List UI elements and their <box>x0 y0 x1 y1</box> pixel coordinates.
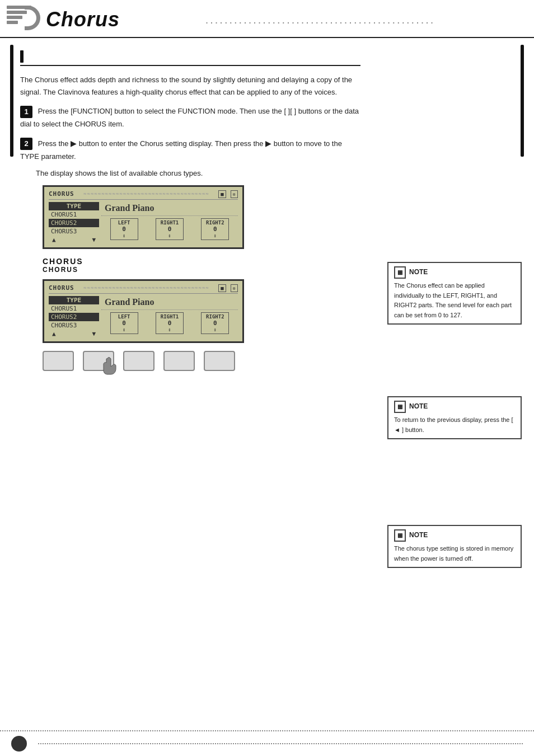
lcd-right-2: Grand Piano LEFT 0 ↕ RIGHT1 0 ↕ <box>101 296 238 338</box>
intro-text: The Chorus effect adds depth and richnes… <box>20 74 360 98</box>
lcd-list-item-1-0: CHORUS1 <box>49 210 99 219</box>
logo-stripe-4 <box>7 21 18 24</box>
lcd-part-icon-right1-1: ↕ <box>158 233 181 238</box>
footer-dots-line <box>38 743 523 744</box>
lcd-part-left-1: LEFT 0 ↕ <box>110 218 138 240</box>
lcd-down-arrow-1: ▼ <box>92 236 96 243</box>
arrow-right-icon-2: ▶ <box>265 139 271 148</box>
lcd-part-label-left-2: LEFT <box>113 314 135 320</box>
step-2-marker: 2 <box>20 138 32 150</box>
note-text-1: The Chorus effect can be applied individ… <box>394 282 512 318</box>
lcd-part-icon-right2-2: ↕ <box>204 327 226 332</box>
key-button-4[interactable] <box>163 351 195 371</box>
step-1-block: 1 Press the [FUNCTION] button to select … <box>20 105 360 130</box>
lcd-part-row-2: LEFT 0 ↕ RIGHT1 0 ↕ RIGHT2 0 <box>101 312 238 334</box>
lcd-voice-name-1: Grand Piano <box>101 202 238 216</box>
logo-stripe-3 <box>7 16 22 19</box>
note-box-3: ▦ NOTE The chorus type setting is stored… <box>387 525 522 568</box>
lcd-part-label-right2-1: RIGHT2 <box>204 220 226 226</box>
note-label-2: ▦ NOTE <box>394 401 515 413</box>
lcd-part-right1-1: RIGHT1 0 ↕ <box>156 218 184 240</box>
lcd-part-label-right1-1: RIGHT1 <box>158 220 181 226</box>
lcd-dots-2: ≈≈≈≈≈≈≈≈≈≈≈≈≈≈≈≈≈≈≈≈≈≈≈≈≈≈≈≈≈≈≈≈≈≈≈ <box>83 285 209 290</box>
lcd-list-header-1: TYPE <box>49 202 99 210</box>
step-1-label: Press the [FUNCTION] button to select th… <box>20 107 359 128</box>
page-footer <box>0 730 534 756</box>
lcd-part-value-right1-1: 0 <box>158 226 181 233</box>
lcd-display-2: CHORUS ≈≈≈≈≈≈≈≈≈≈≈≈≈≈≈≈≈≈≈≈≈≈≈≈≈≈≈≈≈≈≈≈≈… <box>43 279 244 343</box>
section-bar <box>20 50 360 66</box>
lcd-body-2: TYPE CHORUS1 CHORUS2 CHORUS3 ▲ ▼ Grand P… <box>49 296 238 338</box>
lcd-tab-2: ■ ✲ <box>218 285 238 291</box>
key-button-5[interactable] <box>204 351 235 371</box>
note-title-2: NOTE <box>409 401 428 412</box>
main-right: ▦ NOTE The Chorus effect can be applied … <box>372 45 523 377</box>
lcd-part-right2-2: RIGHT2 0 ↕ <box>201 312 229 334</box>
lcd-part-value-left-2: 0 <box>113 320 135 327</box>
section-bar-line <box>20 50 24 63</box>
lcd-part-icon-left-1: ↕ <box>113 233 135 238</box>
lcd-part-icon-left-2: ↕ <box>113 327 135 332</box>
header-dots: ........................................… <box>205 13 524 26</box>
lcd-list-2: TYPE CHORUS1 CHORUS2 CHORUS3 ▲ ▼ <box>49 296 99 338</box>
lcd-dots-1: ≈≈≈≈≈≈≈≈≈≈≈≈≈≈≈≈≈≈≈≈≈≈≈≈≈≈≈≈≈≈≈≈≈≈≈ <box>83 191 209 196</box>
note-box-2: ▦ NOTE To return to the previous display… <box>387 396 522 439</box>
lcd-part-left-2: LEFT 0 ↕ <box>110 312 138 334</box>
lcd-top-row-1: CHORUS ≈≈≈≈≈≈≈≈≈≈≈≈≈≈≈≈≈≈≈≈≈≈≈≈≈≈≈≈≈≈≈≈≈… <box>49 190 238 200</box>
note-label-1: ▦ NOTE <box>394 266 515 279</box>
lcd-part-label-left-1: LEFT <box>113 220 135 226</box>
lcd-tab-icon-2: ■ <box>218 284 226 292</box>
finger-cursor-icon <box>100 356 119 375</box>
lcd-display-1: CHORUS ≈≈≈≈≈≈≈≈≈≈≈≈≈≈≈≈≈≈≈≈≈≈≈≈≈≈≈≈≈≈≈≈≈… <box>43 185 244 249</box>
button-row <box>43 351 360 371</box>
logo-stripe-2 <box>7 11 27 14</box>
lcd-tab-icon-1: ■ <box>218 190 226 198</box>
lcd-list-1: TYPE CHORUS1 CHORUS2 CHORUS3 ▲ ▼ <box>49 202 99 244</box>
logo <box>7 6 40 34</box>
page-header: Chorus .................................… <box>0 0 534 38</box>
key-button-2[interactable] <box>83 351 114 371</box>
lcd-part-icon-right2-1: ↕ <box>204 233 226 238</box>
lcd-part-value-right1-2: 0 <box>158 320 181 327</box>
lcd-part-icon-right1-2: ↕ <box>158 327 181 332</box>
lcd-part-label-right1-2: RIGHT1 <box>158 314 181 320</box>
note-icon-1: ▦ <box>394 266 406 279</box>
lcd-list-arrows-2: ▲ ▼ <box>49 330 99 338</box>
chorus-label-sub: CHORUS <box>43 266 360 274</box>
lcd-part-right1-2: RIGHT1 0 ↕ <box>156 312 184 334</box>
lcd-list-item-2-1: CHORUS2 <box>49 313 99 321</box>
page-title: Chorus <box>46 8 205 31</box>
lcd-tab-1: ■ ✲ <box>218 191 238 197</box>
main-layout: The Chorus effect adds depth and richnes… <box>20 45 523 377</box>
note-text-2: To return to the previous display, press… <box>394 416 513 433</box>
lcd-tab-star-2: ✲ <box>231 284 238 292</box>
lcd-voice-name-2: Grand Piano <box>101 296 238 310</box>
step-2-label: Press the ▶ button to enter the Chorus s… <box>20 139 342 161</box>
note-icon-2: ▦ <box>394 401 406 413</box>
key-button-3[interactable] <box>123 351 154 371</box>
step-2-block: 2 Press the ▶ button to enter the Chorus… <box>20 137 360 180</box>
chorus-label-main: CHORUS <box>43 257 360 266</box>
lcd-part-row-1: LEFT 0 ↕ RIGHT1 0 ↕ RIGHT2 0 <box>101 218 238 240</box>
lcd-part-value-right2-2: 0 <box>204 320 226 327</box>
step-2-text: 2 Press the ▶ button to enter the Chorus… <box>20 137 360 163</box>
note-text-3: The chorus type setting is stored in mem… <box>394 545 513 562</box>
lcd-list-item-2-0: CHORUS1 <box>49 304 99 313</box>
step-1-text: 1 Press the [FUNCTION] button to select … <box>20 105 360 130</box>
key-button-1[interactable] <box>43 351 74 371</box>
main-content: The Chorus effect adds depth and richnes… <box>0 38 534 388</box>
logo-d-shape <box>25 6 40 30</box>
lcd-up-arrow-2: ▲ <box>52 330 56 337</box>
lcd-part-right2-1: RIGHT2 0 ↕ <box>201 218 229 240</box>
lcd-part-value-left-1: 0 <box>113 226 135 233</box>
lcd-list-item-1-1: CHORUS2 <box>49 219 99 227</box>
lcd-title-2: CHORUS <box>49 284 74 292</box>
arrow-right-icon: ▶ <box>71 139 77 148</box>
step-2-text2: The display shows the list of available … <box>36 167 360 180</box>
main-left: The Chorus effect adds depth and richnes… <box>20 45 372 377</box>
lcd-right-1: Grand Piano LEFT 0 ↕ RIGHT1 0 ↕ <box>101 202 238 244</box>
lcd-down-arrow-2: ▼ <box>92 330 96 337</box>
lcd-list-item-1-2: CHORUS3 <box>49 227 99 236</box>
note-label-3: ▦ NOTE <box>394 529 515 542</box>
lcd-top-row-2: CHORUS ≈≈≈≈≈≈≈≈≈≈≈≈≈≈≈≈≈≈≈≈≈≈≈≈≈≈≈≈≈≈≈≈≈… <box>49 284 238 294</box>
